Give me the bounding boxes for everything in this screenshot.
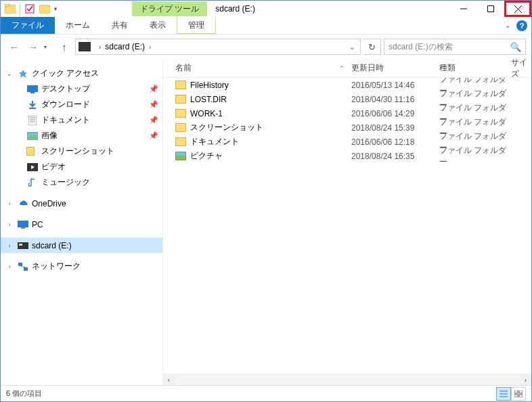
scroll-track[interactable] (175, 374, 520, 386)
scroll-right-button[interactable]: › (520, 374, 531, 386)
column-header-date[interactable]: 更新日時 (351, 62, 439, 74)
search-placeholder: sdcard (E:)の検索 (389, 41, 453, 53)
breadcrumb-arrow[interactable]: › (95, 43, 105, 51)
expand-toggle[interactable]: › (5, 200, 14, 207)
sidebar-item-screenshots[interactable]: スクリーンショット (1, 143, 162, 159)
close-button[interactable] (504, 1, 531, 17)
tab-file[interactable]: ファイル (1, 17, 55, 34)
properties-checkbox-icon[interactable] (23, 2, 37, 16)
sidebar-item-downloads[interactable]: ダウンロード 📌 (1, 97, 162, 112)
sidebar-item-music[interactable]: ミュージック (1, 175, 162, 190)
sidebar-item-documents[interactable]: ドキュメント 📌 (1, 112, 162, 128)
breadcrumb-segment[interactable]: sdcard (E:) (105, 42, 145, 51)
file-row[interactable]: ピクチャ2018/08/24 16:35ファイル フォルダー (163, 149, 531, 163)
folder-icon (175, 95, 186, 104)
file-name-cell: FileHistory (175, 81, 351, 90)
tab-view[interactable]: 表示 (139, 17, 177, 34)
item-count-label: 6 個の項目 (6, 388, 42, 399)
svg-rect-23 (19, 244, 22, 246)
file-name-label: WORK-1 (190, 109, 223, 118)
file-name-label: FileHistory (190, 81, 229, 90)
details-view-button[interactable] (496, 387, 511, 401)
body: ⌄ クイック アクセス デスクトップ 📌 ダウンロード 📌 ドキュメント 📌 (1, 59, 531, 385)
nav-history-dropdown[interactable]: ▾ (44, 44, 53, 50)
svg-rect-16 (27, 132, 38, 140)
documents-icon (26, 115, 39, 126)
expand-toggle[interactable]: › (5, 242, 14, 249)
help-icon[interactable]: ? (516, 20, 527, 31)
file-name-cell: ピクチャ (175, 150, 351, 162)
svg-rect-3 (39, 5, 50, 14)
folder-icon (175, 152, 186, 160)
file-name-label: ドキュメント (190, 136, 239, 148)
address-bar-row: ← → ▾ ↑ › sdcard (E:) › ⌄ ↻ sdcard (E:)の… (1, 35, 531, 59)
scroll-left-button[interactable]: ‹ (163, 374, 175, 386)
tab-share[interactable]: 共有 (101, 17, 139, 34)
minimize-button[interactable] (450, 1, 477, 17)
horizontal-scrollbar[interactable]: ‹ › (163, 374, 531, 385)
maximize-button[interactable] (477, 1, 504, 17)
file-name-cell: LOST.DIR (175, 95, 351, 104)
file-date-cell: 2016/06/06 12:18 (351, 137, 439, 147)
file-date-cell: 2018/04/30 11:16 (351, 95, 439, 104)
expand-toggle[interactable]: › (5, 263, 14, 270)
svg-rect-2 (26, 5, 34, 13)
large-icons-view-button[interactable] (511, 387, 526, 401)
expand-toggle[interactable]: ⌄ (5, 70, 14, 77)
address-dropdown[interactable]: ⌄ (347, 43, 357, 51)
pin-icon: 📌 (149, 131, 158, 140)
svg-rect-9 (27, 85, 38, 92)
search-input[interactable]: sdcard (E:)の検索 🔍 (384, 39, 526, 55)
svg-rect-30 (514, 390, 518, 393)
pin-icon: 📌 (149, 116, 158, 125)
quick-access-toolbar: ▼ (1, 2, 61, 16)
videos-icon (26, 162, 39, 173)
onedrive-icon (17, 198, 29, 209)
file-name-cell: WORK-1 (175, 109, 351, 118)
file-date-cell: 2016/05/13 14:46 (351, 81, 439, 90)
svg-rect-1 (5, 4, 9, 7)
qat-customize-dropdown[interactable]: ▼ (53, 6, 58, 12)
file-name-label: ピクチャ (190, 150, 223, 162)
file-date-cell: 2016/06/06 14:29 (351, 109, 439, 118)
search-icon[interactable]: 🔍 (510, 42, 521, 52)
expand-toggle[interactable]: › (5, 221, 14, 228)
folder-icon (175, 137, 186, 146)
back-button[interactable]: ← (6, 39, 22, 55)
svg-rect-12 (28, 116, 37, 125)
pin-icon: 📌 (149, 100, 158, 109)
column-header-type[interactable]: 種類 (439, 62, 511, 74)
file-name-label: LOST.DIR (190, 95, 227, 104)
ribbon-collapse-toggle[interactable]: ⌄ (500, 22, 515, 29)
pc-icon (17, 219, 29, 230)
up-button[interactable]: ↑ (56, 39, 72, 55)
column-headers: 名前 ⌃ 更新日時 種類 サイズ (163, 59, 531, 78)
tab-home[interactable]: ホーム (55, 17, 101, 34)
desktop-icon (26, 84, 39, 95)
navigation-tree: ⌄ クイック アクセス デスクトップ 📌 ダウンロード 📌 ドキュメント 📌 (1, 59, 163, 385)
status-bar: 6 個の項目 (1, 385, 531, 401)
sidebar-item-pc[interactable]: › PC (1, 217, 162, 232)
column-header-name[interactable]: 名前 ⌃ (175, 62, 351, 74)
sort-indicator-icon: ⌃ (339, 65, 345, 72)
breadcrumb-arrow[interactable]: › (145, 43, 155, 51)
tab-manage[interactable]: 管理 (177, 17, 216, 34)
folder-icon (175, 81, 186, 89)
folder-icon (175, 109, 186, 118)
sidebar-item-network[interactable]: › ネットワーク (1, 259, 162, 274)
column-header-size[interactable]: サイズ (511, 57, 531, 80)
sidebar-item-desktop[interactable]: デスクトップ 📌 (1, 81, 162, 97)
sidebar-item-pictures[interactable]: 画像 📌 (1, 128, 162, 143)
forward-button[interactable]: → (25, 39, 41, 55)
sidebar-item-quick-access[interactable]: ⌄ クイック アクセス (1, 66, 162, 81)
downloads-icon (26, 99, 39, 110)
address-bar[interactable]: › sdcard (E:) › ⌄ (75, 39, 361, 55)
view-mode-buttons (496, 387, 526, 401)
svg-rect-24 (18, 263, 22, 266)
sidebar-item-videos[interactable]: ビデオ (1, 159, 162, 175)
sidebar-item-onedrive[interactable]: › OneDrive (1, 196, 162, 211)
refresh-button[interactable]: ↻ (363, 39, 381, 55)
new-folder-icon[interactable] (38, 2, 51, 16)
explorer-app-icon (3, 2, 17, 16)
sidebar-item-sdcard[interactable]: › sdcard (E:) (1, 238, 162, 253)
